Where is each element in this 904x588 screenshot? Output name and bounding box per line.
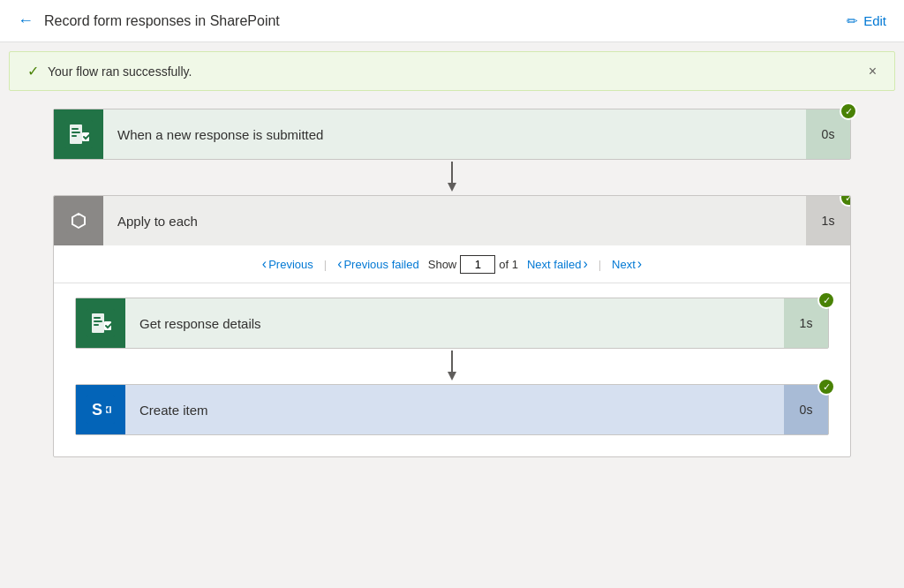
close-banner-button[interactable]: × bbox=[869, 64, 877, 79]
trigger-label: When a new response is submitted bbox=[117, 127, 323, 142]
loop-svg bbox=[66, 208, 91, 233]
svg-marker-7 bbox=[448, 183, 456, 192]
trigger-icon bbox=[54, 109, 103, 159]
svg-rect-8 bbox=[66, 208, 91, 233]
previous-label[interactable]: Previous bbox=[268, 258, 313, 271]
nav-sep-2: | bbox=[599, 258, 601, 271]
svg-rect-13 bbox=[94, 317, 101, 319]
get-response-label: Get response details bbox=[139, 316, 261, 331]
arrow-1 bbox=[53, 160, 851, 195]
trigger-success-check: ✓ bbox=[840, 102, 857, 120]
back-button[interactable]: ← bbox=[18, 11, 34, 30]
edit-button[interactable]: ✏ Edit bbox=[847, 13, 886, 29]
loop-body: Apply to each bbox=[103, 196, 806, 245]
create-item-success-check: ✓ bbox=[817, 378, 835, 396]
next-label[interactable]: Next bbox=[612, 258, 636, 271]
previous-button[interactable]: Previous bbox=[257, 254, 319, 274]
create-item-body: Create item bbox=[125, 385, 784, 434]
svg-rect-1 bbox=[70, 124, 82, 144]
get-response-success-check: ✓ bbox=[817, 291, 835, 309]
forms-svg-2 bbox=[87, 309, 115, 337]
sharepoint-svg: S bbox=[87, 396, 115, 424]
nav-sep-1: | bbox=[324, 258, 327, 271]
svg-rect-3 bbox=[72, 132, 80, 133]
success-banner-content: ✓ Your flow ran successfully. bbox=[27, 63, 192, 79]
create-item-icon: S bbox=[76, 385, 125, 434]
next-failed-button[interactable]: Next failed bbox=[522, 254, 593, 274]
loop-icon bbox=[54, 196, 103, 245]
get-response-body: Get response details bbox=[125, 298, 784, 348]
svg-rect-4 bbox=[72, 135, 77, 137]
create-item-step: S Create item 0s ✓ bbox=[75, 384, 829, 435]
next-button[interactable]: Next bbox=[606, 254, 647, 274]
trigger-body: When a new response is submitted bbox=[103, 109, 806, 159]
trigger-card[interactable]: When a new response is submitted 0s ✓ bbox=[53, 109, 851, 160]
chevron-left-icon bbox=[262, 256, 267, 272]
chevron-right-icon bbox=[637, 256, 642, 272]
loop-label: Apply to each bbox=[117, 214, 198, 229]
flow-canvas: When a new response is submitted 0s ✓ bbox=[0, 91, 904, 588]
loop-header-card[interactable]: Apply to each 1s ✓ bbox=[54, 196, 850, 245]
get-response-icon bbox=[76, 298, 125, 348]
svg-rect-12 bbox=[92, 313, 104, 333]
svg-rect-2 bbox=[72, 128, 79, 130]
get-response-card[interactable]: Get response details 1s ✓ bbox=[75, 298, 829, 349]
show-label: Show bbox=[428, 258, 457, 271]
svg-rect-14 bbox=[94, 320, 102, 322]
chevron-right-failed-icon bbox=[583, 256, 587, 272]
get-response-step: Get response details 1s ✓ bbox=[75, 298, 829, 349]
svg-text:S: S bbox=[92, 401, 102, 418]
success-message: Your flow ran successfully. bbox=[48, 64, 192, 79]
arrow-2 bbox=[75, 349, 829, 384]
trigger-step: When a new response is submitted 0s ✓ bbox=[53, 109, 851, 160]
success-icon: ✓ bbox=[27, 63, 39, 79]
show-wrapper: Show of 1 bbox=[428, 255, 518, 274]
loop-content: Get response details 1s ✓ bbox=[54, 283, 850, 456]
edit-label: Edit bbox=[863, 13, 886, 28]
header-left: ← Record form responses in SharePoint bbox=[18, 11, 280, 30]
previous-failed-label[interactable]: Previous failed bbox=[343, 258, 418, 271]
edit-icon: ✏ bbox=[847, 13, 858, 29]
success-banner: ✓ Your flow ran successfully. × bbox=[9, 51, 895, 91]
of-label: of 1 bbox=[499, 258, 518, 271]
create-item-label: Create item bbox=[139, 403, 208, 418]
header: ← Record form responses in SharePoint ✏ … bbox=[0, 0, 904, 42]
svg-marker-18 bbox=[448, 372, 456, 381]
svg-rect-15 bbox=[94, 324, 99, 326]
create-item-card[interactable]: S Create item 0s ✓ bbox=[75, 384, 829, 435]
loop-navigation: Previous | Previous failed Show of 1 Nex… bbox=[54, 245, 850, 283]
next-failed-label[interactable]: Next failed bbox=[527, 258, 581, 271]
previous-failed-button[interactable]: Previous failed bbox=[332, 254, 425, 274]
loop-container: Apply to each 1s ✓ Previous | Previous f… bbox=[53, 195, 851, 457]
show-input[interactable] bbox=[460, 255, 495, 274]
page-title: Record form responses in SharePoint bbox=[44, 13, 280, 29]
forms-svg bbox=[64, 120, 93, 148]
chevron-left-failed-icon bbox=[337, 256, 342, 272]
